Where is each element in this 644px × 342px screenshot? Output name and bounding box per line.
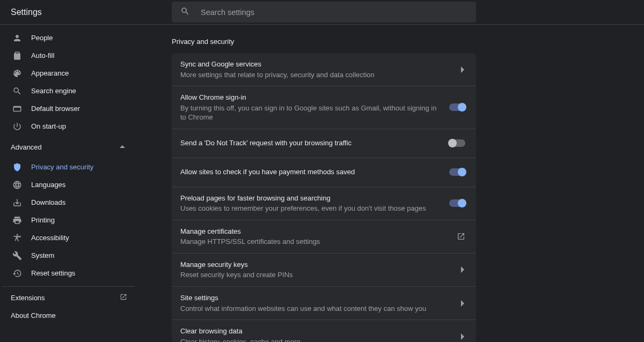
sidebar-item-label: Privacy and security: [31, 163, 93, 171]
sidebar-item-label: Accessibility: [31, 234, 69, 242]
page-title: Settings: [11, 8, 42, 17]
sidebar-item-system[interactable]: System: [0, 247, 137, 264]
settings-row[interactable]: Manage certificatesManage HTTPS/SSL cert…: [172, 220, 476, 254]
row-title: Sync and Google services: [180, 60, 452, 69]
row-subtitle: Manage HTTPS/SSL certificates and settin…: [180, 237, 448, 247]
sidebar-item-label: Auto-fill: [31, 51, 54, 60]
chevron-right-icon: [461, 300, 465, 307]
sidebar-item-label: On start-up: [31, 122, 66, 130]
sidebar-item-label: Downloads: [31, 198, 65, 206]
sidebar-item-reset-settings[interactable]: Reset settings: [0, 264, 137, 282]
toggle-switch[interactable]: [449, 199, 465, 207]
extensions-link[interactable]: Extensions: [11, 289, 137, 307]
row-subtitle: By turning this off, you can sign in to …: [180, 103, 441, 122]
toggle-switch[interactable]: [449, 139, 465, 147]
search-container[interactable]: [172, 2, 476, 23]
about-link[interactable]: About Chrome: [11, 307, 137, 324]
row-title: Send a 'Do Not Track' request with your …: [180, 138, 441, 148]
settings-row[interactable]: Sync and Google servicesMore settings th…: [172, 53, 476, 86]
sidebar-item-label: Default browser: [31, 105, 80, 113]
restore-icon: [12, 268, 23, 279]
accessibility-icon: [12, 233, 23, 243]
sidebar-item-label: People: [31, 34, 53, 42]
row-title: Allow Chrome sign-in: [180, 93, 441, 102]
download-icon: [12, 197, 23, 208]
power-icon: [12, 121, 23, 132]
chevron-right-icon: [461, 266, 465, 273]
sidebar-item-label: Languages: [31, 181, 65, 189]
row-title: Clear browsing data: [180, 326, 452, 336]
sidebar-item-downloads[interactable]: Downloads: [0, 194, 137, 211]
sidebar-item-people[interactable]: People: [0, 29, 137, 47]
sidebar-item-printing[interactable]: Printing: [0, 211, 137, 229]
person-icon: [12, 33, 23, 43]
row-subtitle: More settings that relate to privacy, se…: [180, 70, 452, 80]
chevron-up-icon: [120, 143, 125, 151]
row-title: Manage certificates: [180, 227, 448, 236]
settings-row[interactable]: Preload pages for faster browsing and se…: [172, 187, 476, 220]
wrench-icon: [12, 250, 23, 261]
settings-row[interactable]: Site settingsControl what information we…: [172, 287, 476, 320]
sidebar-item-auto-fill[interactable]: Auto-fill: [0, 47, 137, 64]
settings-row[interactable]: Send a 'Do Not Track' request with your …: [172, 129, 476, 158]
search-input[interactable]: [201, 8, 467, 17]
section-title-privacy: Privacy and security: [172, 38, 476, 46]
sidebar-item-label: Reset settings: [31, 269, 75, 277]
row-subtitle: Control what information websites can us…: [180, 304, 452, 314]
browser-icon: [12, 103, 23, 114]
chevron-right-icon: [461, 66, 465, 73]
row-subtitle: Clear history, cookies, cache and more: [180, 337, 452, 342]
settings-row[interactable]: Manage security keysReset security keys …: [172, 254, 476, 287]
settings-row[interactable]: Allow Chrome sign-inBy turning this off,…: [172, 86, 476, 129]
row-subtitle: Reset security keys and create PINs: [180, 270, 452, 280]
clipboard-icon: [12, 50, 23, 61]
chevron-right-icon: [461, 333, 465, 340]
print-icon: [12, 215, 23, 226]
sidebar-item-label: System: [31, 251, 54, 259]
sidebar-item-label: Search engine: [31, 87, 76, 95]
divider: [2, 286, 135, 287]
sidebar-item-default-browser[interactable]: Default browser: [0, 100, 137, 117]
row-title: Allow sites to check if you have payment…: [180, 167, 441, 177]
row-title: Preload pages for faster browsing and se…: [180, 194, 441, 203]
external-link-icon: [120, 293, 127, 302]
search-icon: [12, 86, 23, 96]
row-title: Manage security keys: [180, 260, 452, 270]
row-subtitle: Uses cookies to remember your preference…: [180, 204, 441, 213]
external-link-icon: [457, 232, 465, 241]
main-content: Privacy and security Sync and Google ser…: [137, 25, 644, 342]
shield-icon: [12, 162, 23, 173]
sidebar-item-accessibility[interactable]: Accessibility: [0, 229, 137, 247]
advanced-label: Advanced: [11, 143, 42, 151]
globe-icon: [12, 180, 23, 190]
privacy-card: Sync and Google servicesMore settings th…: [172, 53, 476, 342]
toggle-switch[interactable]: [449, 168, 465, 176]
extensions-label: Extensions: [11, 294, 45, 302]
palette-icon: [12, 68, 23, 79]
advanced-toggle[interactable]: Advanced: [0, 138, 137, 156]
sidebar-item-privacy-and-security[interactable]: Privacy and security: [0, 158, 137, 176]
settings-row[interactable]: Allow sites to check if you have payment…: [172, 158, 476, 187]
sidebar-item-search-engine[interactable]: Search engine: [0, 82, 137, 100]
header: Settings: [0, 0, 644, 25]
sidebar-item-on-start-up[interactable]: On start-up: [0, 117, 137, 135]
settings-row[interactable]: Clear browsing dataClear history, cookie…: [172, 320, 476, 342]
toggle-switch[interactable]: [449, 103, 465, 111]
sidebar: PeopleAuto-fillAppearanceSearch engineDe…: [0, 25, 137, 342]
sidebar-item-label: Printing: [31, 216, 55, 224]
search-icon: [180, 6, 190, 18]
sidebar-item-label: Appearance: [31, 69, 69, 77]
sidebar-item-appearance[interactable]: Appearance: [0, 64, 137, 82]
row-title: Site settings: [180, 293, 452, 303]
sidebar-item-languages[interactable]: Languages: [0, 176, 137, 194]
about-label: About Chrome: [11, 311, 56, 319]
